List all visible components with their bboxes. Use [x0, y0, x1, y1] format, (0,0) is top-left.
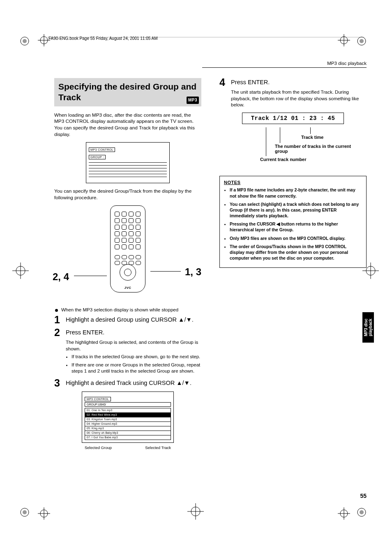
note-item: Only MP3 files are shown on the MP3 CONT… [230, 235, 362, 241]
display-leaders: Track time The number of tracks in the c… [235, 127, 350, 164]
caption-left: Selected Group [85, 445, 112, 450]
step-body: The unit starts playback from the specif… [231, 89, 367, 108]
notes-box: NOTES If a MP3 file name includes any 2-… [219, 176, 367, 268]
step-body: The highlighted Group is selected, and c… [66, 339, 201, 352]
leader-label: Current track number [260, 157, 306, 162]
page-number: 55 [360, 493, 367, 499]
section-label: MP3 disc playback [327, 61, 367, 66]
track-time-display: Track 1/12 01 : 23 : 45 [242, 113, 344, 124]
remote-icon: JVC [110, 205, 145, 292]
remote-callout-right: 1, 3 [185, 266, 201, 278]
note-item: Pressing the CURSOR ◀ button returns to … [230, 221, 362, 233]
step-heading: Highlight a desired Track using CURSOR ▲… [66, 378, 191, 388]
bullet-icon [55, 309, 58, 312]
step-heading: Press ENTER. [231, 77, 270, 88]
note-item: You can select (highlight) a track which… [230, 201, 362, 219]
note-item: If a MP3 file name includes any 2-byte c… [230, 187, 362, 198]
step-sublist: If tracks in the selected Group are show… [66, 354, 201, 375]
section-title-band: Specifying the desired Group and Track M… [54, 78, 201, 106]
track-row: 07: I Got You Babe.mp3 [85, 435, 171, 440]
display-label: MP3 CONTROL [89, 147, 115, 152]
notes-heading: NOTES [224, 180, 362, 186]
track-row: 01: One In Ten.mp3 [85, 408, 171, 413]
caption-right: Selected Track [145, 445, 171, 450]
thumb-tab-label: MP3 discplayback [364, 318, 373, 336]
step-number: 2 [54, 327, 66, 338]
track-row: 03: Kingston Town.mp3 [85, 417, 171, 422]
mp3-control-display: MP3 CONTROL GROUP : [86, 142, 170, 183]
crosshair-icon [38, 507, 50, 520]
display-label: MP3 CONTROL [85, 397, 111, 401]
step-number: 4 [219, 77, 231, 88]
notes-list: If a MP3 file name includes any 2-byte c… [224, 187, 362, 261]
crosshair-icon [338, 507, 350, 520]
header-rule [47, 37, 364, 37]
display-captions: Selected Group Selected Track [85, 445, 171, 450]
intro-paragraph: When loading an MP3 disc, after the disc… [54, 112, 201, 138]
lead-bullet: When the MP3 selection display is shown … [54, 307, 201, 312]
track-row: 05: King.mp3 [85, 426, 171, 431]
display-group: GROUP:UB40/ [85, 402, 171, 407]
crosshair-icon [338, 34, 350, 46]
intro-paragraph-2: You can specify the desired Group/Track … [54, 188, 201, 201]
page-title: Specifying the desired Group and Track [58, 81, 197, 103]
remote-illustration: 2, 4 JVC 1, 3 [54, 205, 201, 300]
svg-point-1 [23, 39, 27, 43]
section-rule [202, 67, 367, 68]
mp3-track-display: MP3 CONTROL GROUP:UB40/ 01: One In Ten.m… [82, 391, 174, 443]
track-row: 06: Cherry oh Baby.Mp3 [85, 431, 171, 435]
step-heading: Press ENTER. [66, 327, 104, 338]
track-row: 02: Red Red Wine.mp3 [85, 413, 171, 417]
step-heading: Highlight a desired Group using CURSOR ▲… [66, 315, 194, 325]
svg-point-17 [23, 510, 27, 514]
reg-mark-icon [19, 507, 30, 518]
svg-point-22 [360, 510, 364, 514]
track-row: 04: Higher Ground.mp3 [85, 422, 171, 426]
display-group-label: GROUP : [89, 155, 106, 159]
step-number: 3 [54, 378, 66, 388]
leader-label: Track time [301, 135, 323, 140]
mp3-badge: MP3 [187, 97, 199, 104]
note-item: The order of Groups/Tracks shown in the … [230, 244, 362, 261]
crosshair-icon [187, 503, 204, 520]
reg-mark-icon [356, 507, 367, 518]
step-number: 1 [54, 315, 66, 325]
step-2: 2 Press ENTER. [54, 327, 201, 338]
manual-page: FA90-ENG.book Page 55 Friday, August 24,… [0, 0, 392, 555]
remote-callout-left: 2, 4 [53, 271, 69, 283]
svg-point-6 [360, 39, 364, 43]
thumb-tab: MP3 discplayback [362, 312, 374, 343]
remote-brand: JVC [111, 286, 145, 290]
step-4: 4 Press ENTER. [219, 77, 367, 88]
list-item: If there are one or more Groups in the s… [71, 362, 201, 375]
right-column: 4 Press ENTER. The unit starts playback … [219, 78, 367, 453]
reg-mark-icon [19, 35, 30, 47]
step-3: 3 Highlight a desired Track using CURSOR… [54, 378, 201, 388]
track-list: 01: One In Ten.mp302: Red Red Wine.mp303… [85, 408, 171, 440]
leader-label: The number of tracks in the current grou… [275, 144, 353, 154]
lead-text: When the MP3 selection display is shown … [61, 307, 178, 312]
list-item: If tracks in the selected Group are show… [71, 354, 201, 360]
step-1: 1 Highlight a desired Group using CURSOR… [54, 315, 201, 325]
crosshair-icon [12, 263, 29, 279]
left-column: Specifying the desired Group and Track M… [54, 78, 201, 453]
